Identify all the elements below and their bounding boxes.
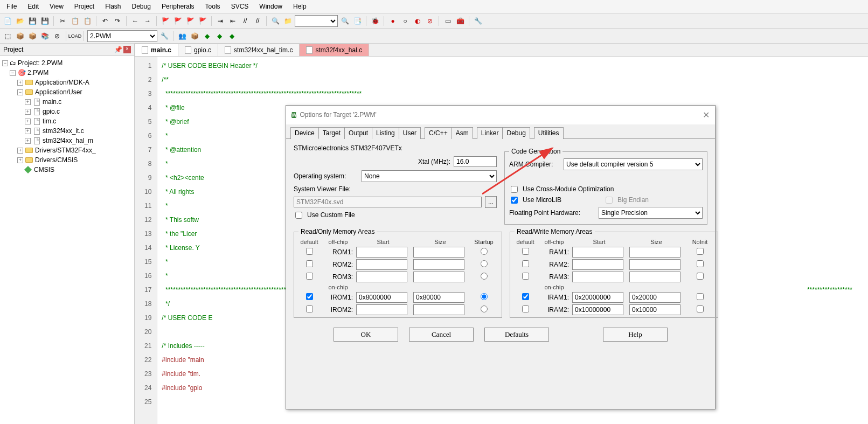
- menu-debug[interactable]: Debug: [128, 2, 155, 11]
- options-icon[interactable]: 🔧: [159, 31, 170, 41]
- custom-file-checkbox[interactable]: [295, 212, 302, 219]
- mem-last-input[interactable]: [481, 273, 488, 280]
- tree-target[interactable]: 2.PWM: [27, 69, 48, 77]
- os-select[interactable]: None: [362, 170, 497, 182]
- tab-main-c[interactable]: main.c: [135, 44, 178, 56]
- nav-fwd-icon[interactable]: →: [142, 16, 153, 26]
- ok-button[interactable]: OK: [334, 328, 398, 342]
- tab-target[interactable]: Target: [318, 127, 345, 139]
- download-icon[interactable]: LOAD: [70, 31, 80, 41]
- menu-edit[interactable]: Edit: [23, 2, 43, 11]
- tab-user[interactable]: User: [399, 127, 421, 139]
- fp-select[interactable]: Single Precision: [599, 207, 703, 219]
- mem-start-input[interactable]: [356, 292, 407, 303]
- mem-start-input[interactable]: [572, 259, 623, 270]
- build-icon[interactable]: ⬚: [2, 31, 13, 41]
- expander-icon[interactable]: +: [25, 138, 31, 144]
- expander-icon[interactable]: −: [10, 70, 16, 76]
- tab-listing[interactable]: Listing: [372, 127, 399, 139]
- tree-file[interactable]: stm32f4xx_it.c: [43, 127, 84, 135]
- tree-group[interactable]: Application/MDK-A: [35, 79, 89, 86]
- packs-icon[interactable]: 📦: [189, 31, 200, 41]
- close-icon[interactable]: ×: [123, 46, 131, 53]
- close-icon[interactable]: ✕: [703, 110, 710, 120]
- mem-start-input[interactable]: [356, 304, 407, 315]
- indent-icon[interactable]: ⇥: [215, 16, 226, 26]
- tab-linker[interactable]: Linker: [477, 127, 503, 139]
- expander-icon[interactable]: +: [17, 148, 23, 154]
- mem-size-input[interactable]: [629, 247, 680, 258]
- menu-flash[interactable]: Flash: [101, 2, 125, 11]
- expander-icon[interactable]: +: [25, 109, 31, 115]
- expander-icon[interactable]: −: [17, 89, 23, 95]
- debug-icon[interactable]: 🐞: [370, 16, 380, 26]
- tab-hal-c[interactable]: stm32f4xx_hal.c: [299, 44, 369, 56]
- copy-icon[interactable]: 📋: [70, 16, 80, 26]
- defaults-button[interactable]: Defaults: [484, 328, 549, 342]
- save-icon[interactable]: 💾: [27, 16, 38, 26]
- tree-group[interactable]: Application/User: [35, 88, 82, 96]
- pin-icon[interactable]: 📌: [114, 46, 122, 53]
- mem-default-checkbox[interactable]: [522, 293, 529, 300]
- mem-size-input[interactable]: [413, 259, 464, 270]
- find-icon[interactable]: 🔍: [270, 16, 281, 26]
- bookmark-clear-icon[interactable]: 🚩: [197, 16, 208, 26]
- paste-icon[interactable]: 📋: [82, 16, 93, 26]
- tab-hal-tim-c[interactable]: stm32f4xx_hal_tim.c: [218, 44, 300, 56]
- cancel-button[interactable]: Cancel: [409, 328, 474, 342]
- expander-icon[interactable]: +: [25, 99, 31, 105]
- tree-group[interactable]: Drivers/STM32F4xx_: [35, 147, 96, 154]
- mem-last-input[interactable]: [697, 293, 704, 300]
- stop-build-icon[interactable]: ⊘: [52, 31, 63, 41]
- mem-last-input[interactable]: [697, 260, 704, 267]
- expander-icon[interactable]: +: [17, 157, 23, 163]
- menu-window[interactable]: Window: [255, 2, 287, 11]
- breakpoint-icon[interactable]: ●: [387, 16, 398, 26]
- tab-cpp[interactable]: C/C++: [425, 127, 452, 139]
- help-button[interactable]: Help: [603, 328, 668, 342]
- mem-default-checkbox[interactable]: [522, 273, 529, 280]
- expander-icon[interactable]: +: [25, 119, 31, 124]
- tab-output[interactable]: Output: [344, 127, 372, 139]
- breakpoint-kill-icon[interactable]: ⊘: [425, 16, 435, 26]
- window-icon[interactable]: ▭: [442, 16, 453, 26]
- mem-size-input[interactable]: [413, 304, 464, 315]
- outdent-icon[interactable]: ⇤: [227, 16, 238, 26]
- mem-start-input[interactable]: [572, 272, 623, 282]
- cross-checkbox[interactable]: [511, 186, 518, 193]
- mem-default-checkbox[interactable]: [306, 305, 313, 312]
- rte-icon[interactable]: ◆: [202, 31, 212, 41]
- save-all-icon[interactable]: 💾: [39, 16, 50, 26]
- project-tree[interactable]: − 🗂 Project: 2.PWM − 🎯 2.PWM + Applicati…: [0, 56, 134, 424]
- browse-icon[interactable]: 📑: [352, 16, 363, 26]
- new-file-icon[interactable]: 📄: [2, 16, 13, 26]
- breakpoint-disable-icon[interactable]: ○: [400, 16, 411, 26]
- mem-size-input[interactable]: [413, 247, 464, 258]
- tree-file[interactable]: stm32f4xx_hal_m: [43, 137, 93, 144]
- mem-last-input[interactable]: [697, 273, 704, 280]
- comment-icon[interactable]: //: [240, 16, 251, 26]
- tab-device[interactable]: Device: [290, 127, 319, 139]
- undo-icon[interactable]: ↶: [100, 16, 110, 26]
- menu-peripherals[interactable]: Peripherals: [157, 2, 199, 11]
- redo-icon[interactable]: ↷: [112, 16, 123, 26]
- expander-icon[interactable]: +: [25, 128, 31, 134]
- find-next-icon[interactable]: 🔍: [339, 16, 350, 26]
- bookmark-icon[interactable]: 🚩: [160, 16, 171, 26]
- mem-last-input[interactable]: [481, 260, 488, 267]
- find-combo[interactable]: [295, 15, 338, 27]
- mem-default-checkbox[interactable]: [306, 260, 313, 267]
- mem-last-input[interactable]: [481, 248, 488, 255]
- target-select[interactable]: 2.PWM: [87, 30, 157, 42]
- batch-build-icon[interactable]: 📚: [39, 31, 50, 41]
- mem-start-input[interactable]: [572, 304, 623, 315]
- menu-tools[interactable]: Tools: [201, 2, 225, 11]
- tree-file[interactable]: tim.c: [43, 117, 56, 125]
- uncomment-icon[interactable]: //: [252, 16, 263, 26]
- dialog-titlebar[interactable]: WOptions for Target '2.PWM' ✕: [286, 106, 715, 124]
- mem-start-input[interactable]: [356, 259, 407, 270]
- bookmark-prev-icon[interactable]: 🚩: [172, 16, 183, 26]
- mem-size-input[interactable]: [629, 292, 680, 303]
- open-icon[interactable]: 📂: [15, 16, 25, 26]
- mem-start-input[interactable]: [572, 247, 623, 258]
